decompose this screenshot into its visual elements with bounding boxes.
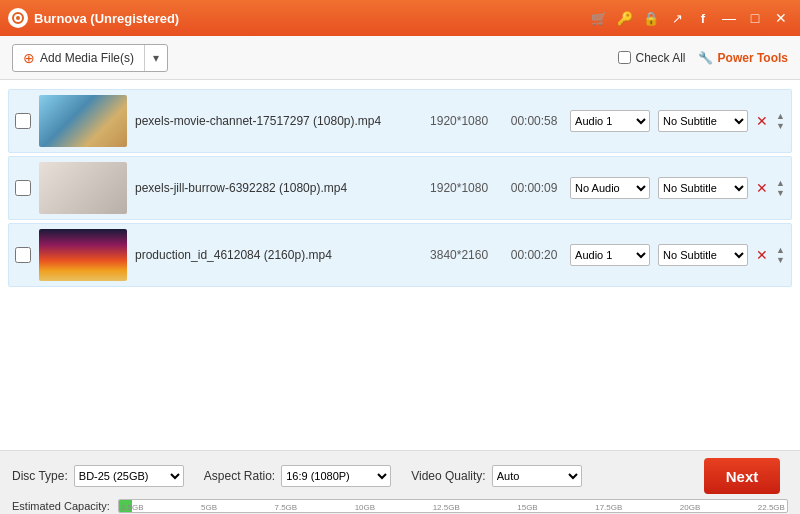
aspect-ratio-label: Aspect Ratio: bbox=[204, 469, 275, 483]
check-all-checkbox[interactable] bbox=[618, 51, 631, 64]
subtitle-select-3[interactable]: No Subtitle bbox=[658, 244, 748, 266]
add-media-button[interactable]: ⊕ Add Media File(s) ▾ bbox=[12, 44, 168, 72]
duration-1: 00:00:58 bbox=[506, 114, 562, 128]
duration-2: 00:00:09 bbox=[506, 181, 562, 195]
tick-12-5gb: 12.5GB bbox=[433, 503, 460, 512]
next-button[interactable]: Next bbox=[704, 458, 780, 494]
row-checkbox-3[interactable] bbox=[15, 247, 31, 263]
sort-down-icon-3[interactable]: ▼ bbox=[776, 256, 785, 265]
toolbar-right: Check All 🔧 Power Tools bbox=[618, 51, 788, 65]
sort-up-icon-2[interactable]: ▲ bbox=[776, 179, 785, 188]
estimated-capacity-label: Estimated Capacity: bbox=[12, 500, 110, 512]
maximize-button[interactable]: □ bbox=[744, 7, 766, 29]
duration-3: 00:00:20 bbox=[506, 248, 562, 262]
audio-select-3[interactable]: Audio 1 No Audio bbox=[570, 244, 650, 266]
sort-up-icon-3[interactable]: ▲ bbox=[776, 246, 785, 255]
share-icon[interactable]: ↗ bbox=[666, 7, 688, 29]
bottombar: Disc Type: BD-25 (25GB) BD-50 (50GB) DVD… bbox=[0, 450, 800, 514]
filename-2: pexels-jill-burrow-6392282 (1080p).mp4 bbox=[135, 181, 412, 195]
wrench-icon: 🔧 bbox=[698, 51, 713, 65]
check-all-control[interactable]: Check All bbox=[618, 51, 686, 65]
resolution-3: 3840*2160 bbox=[420, 248, 498, 262]
settings-row: Disc Type: BD-25 (25GB) BD-50 (50GB) DVD… bbox=[0, 452, 800, 496]
lock-icon[interactable]: 🔒 bbox=[640, 7, 662, 29]
disc-type-select[interactable]: BD-25 (25GB) BD-50 (50GB) DVD-5 (4.7GB) bbox=[74, 465, 184, 487]
add-icon: ⊕ bbox=[23, 50, 35, 66]
tick-20gb: 20GB bbox=[680, 503, 700, 512]
tick-17-5gb: 17.5GB bbox=[595, 503, 622, 512]
aspect-ratio-select[interactable]: 16:9 (1080P) 4:3 16:9 (720P) bbox=[281, 465, 391, 487]
cart-icon[interactable]: 🛒 bbox=[588, 7, 610, 29]
sort-down-icon-2[interactable]: ▼ bbox=[776, 189, 785, 198]
add-media-main[interactable]: ⊕ Add Media File(s) bbox=[13, 45, 145, 71]
filename-1: pexels-movie-channet-17517297 (1080p).mp… bbox=[135, 114, 412, 128]
titlebar: Burnova (Unregistered) 🛒 🔑 🔒 ↗ f — □ ✕ bbox=[0, 0, 800, 36]
row-checkbox-1[interactable] bbox=[15, 113, 31, 129]
toolbar: ⊕ Add Media File(s) ▾ Check All 🔧 Power … bbox=[0, 36, 800, 80]
delete-button-3[interactable]: ✕ bbox=[756, 247, 768, 263]
check-all-label: Check All bbox=[636, 51, 686, 65]
titlebar-controls: 🛒 🔑 🔒 ↗ f — □ ✕ bbox=[588, 7, 792, 29]
tick-15gb: 15GB bbox=[517, 503, 537, 512]
delete-button-1[interactable]: ✕ bbox=[756, 113, 768, 129]
video-quality-label: Video Quality: bbox=[411, 469, 486, 483]
add-media-label: Add Media File(s) bbox=[40, 51, 134, 65]
thumbnail-2 bbox=[39, 162, 127, 214]
tick-2-5gb: 2.5GB bbox=[121, 503, 144, 512]
svg-point-1 bbox=[16, 16, 20, 20]
thumbnail-1 bbox=[39, 95, 127, 147]
subtitle-select-2[interactable]: No Subtitle bbox=[658, 177, 748, 199]
add-media-dropdown-arrow[interactable]: ▾ bbox=[145, 45, 167, 71]
capacity-bar: 2.5GB 5GB 7.5GB 10GB 12.5GB 15GB 17.5GB … bbox=[118, 499, 788, 513]
power-tools-label: Power Tools bbox=[718, 51, 788, 65]
facebook-icon[interactable]: f bbox=[692, 7, 714, 29]
key-icon[interactable]: 🔑 bbox=[614, 7, 636, 29]
table-row: pexels-movie-channet-17517297 (1080p).mp… bbox=[8, 89, 792, 153]
table-row: pexels-jill-burrow-6392282 (1080p).mp4 1… bbox=[8, 156, 792, 220]
video-quality-group: Video Quality: Auto High Medium Low bbox=[411, 465, 582, 487]
disc-type-group: Disc Type: BD-25 (25GB) BD-50 (50GB) DVD… bbox=[12, 465, 184, 487]
delete-button-2[interactable]: ✕ bbox=[756, 180, 768, 196]
resolution-1: 1920*1080 bbox=[420, 114, 498, 128]
media-list: pexels-movie-channet-17517297 (1080p).mp… bbox=[0, 80, 800, 450]
capacity-row: Estimated Capacity: 2.5GB 5GB 7.5GB 10GB… bbox=[0, 499, 800, 513]
disc-type-label: Disc Type: bbox=[12, 469, 68, 483]
power-tools-button[interactable]: 🔧 Power Tools bbox=[698, 51, 788, 65]
aspect-ratio-group: Aspect Ratio: 16:9 (1080P) 4:3 16:9 (720… bbox=[204, 465, 391, 487]
audio-select-2[interactable]: No Audio Audio 1 bbox=[570, 177, 650, 199]
minimize-button[interactable]: — bbox=[718, 7, 740, 29]
tick-10gb: 10GB bbox=[355, 503, 375, 512]
table-row: production_id_4612084 (2160p).mp4 3840*2… bbox=[8, 223, 792, 287]
sort-arrows-2[interactable]: ▲ ▼ bbox=[776, 179, 785, 198]
tick-22-5gb: 22.5GB bbox=[758, 503, 785, 512]
sort-down-icon-1[interactable]: ▼ bbox=[776, 122, 785, 131]
sort-arrows-1[interactable]: ▲ ▼ bbox=[776, 112, 785, 131]
row-checkbox-2[interactable] bbox=[15, 180, 31, 196]
close-button[interactable]: ✕ bbox=[770, 7, 792, 29]
tick-5gb: 5GB bbox=[201, 503, 217, 512]
resolution-2: 1920*1080 bbox=[420, 181, 498, 195]
app-logo bbox=[8, 8, 28, 28]
audio-select-1[interactable]: Audio 1 No Audio bbox=[570, 110, 650, 132]
thumbnail-3 bbox=[39, 229, 127, 281]
video-quality-select[interactable]: Auto High Medium Low bbox=[492, 465, 582, 487]
app-title: Burnova (Unregistered) bbox=[34, 11, 179, 26]
sort-arrows-3[interactable]: ▲ ▼ bbox=[776, 246, 785, 265]
titlebar-left: Burnova (Unregistered) bbox=[8, 8, 179, 28]
subtitle-select-1[interactable]: No Subtitle bbox=[658, 110, 748, 132]
sort-up-icon-1[interactable]: ▲ bbox=[776, 112, 785, 121]
tick-7-5gb: 7.5GB bbox=[275, 503, 298, 512]
filename-3: production_id_4612084 (2160p).mp4 bbox=[135, 248, 412, 262]
